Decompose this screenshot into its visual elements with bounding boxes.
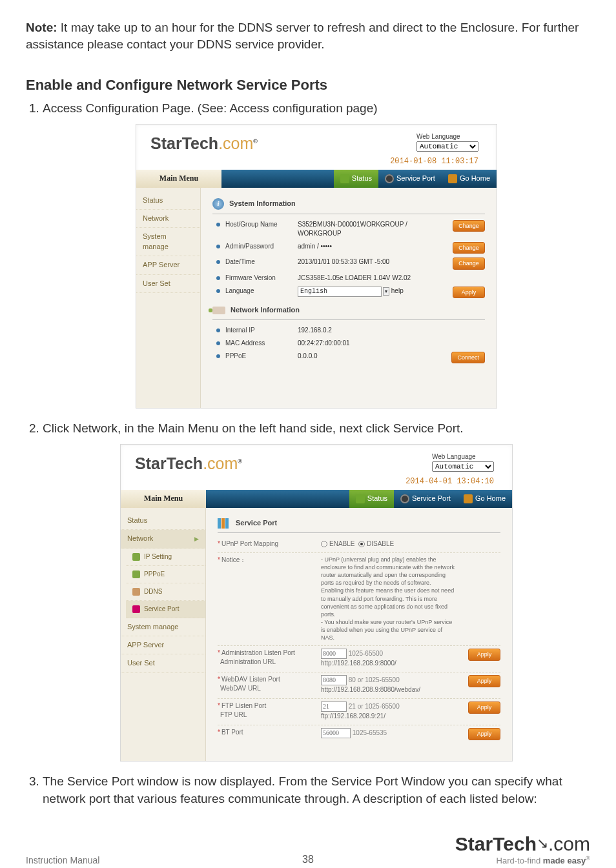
- web-language-select[interactable]: Automatic: [416, 141, 478, 152]
- screenshot-service-port-page: StarTech.com® Web Language Automatic 201…: [120, 444, 513, 762]
- change-admin-button[interactable]: Change: [453, 242, 485, 254]
- tab-service-port[interactable]: Service Port: [378, 170, 442, 188]
- bt-port-label: BT Port: [221, 729, 243, 736]
- sidebar-item-network[interactable]: Network: [136, 210, 200, 228]
- bt-port-range: 1025-65535: [353, 729, 387, 736]
- admin-url-label: Administration URL: [220, 658, 276, 665]
- change-host-button[interactable]: Change: [453, 220, 485, 232]
- admin-port-input[interactable]: 8000: [321, 649, 347, 659]
- note-label: Note:: [26, 21, 57, 34]
- admin-pass-value: admin / •••••: [298, 242, 433, 251]
- connect-pppoe-button[interactable]: Connect: [451, 352, 485, 364]
- datetime-label: Date/Time: [225, 257, 298, 267]
- web-language-select[interactable]: Automatic: [432, 461, 494, 472]
- sidebar-item-system-manage[interactable]: System manage: [121, 618, 205, 636]
- sidebar-item-system-manage[interactable]: System manage: [136, 228, 200, 256]
- firmware-value: JCS358E-1.05e LOADER 1.04V W2.02: [298, 274, 433, 283]
- tab-status[interactable]: Status: [334, 170, 378, 188]
- gear-icon: [400, 494, 409, 503]
- admin-port-label: Administration Listen Port: [221, 649, 295, 656]
- note-body: It may take up to an hour for the DDNS s…: [26, 21, 579, 51]
- ddns-icon: [132, 588, 140, 596]
- upnp-label: UPnP Port Mapping: [221, 540, 278, 547]
- apply-webdav-button[interactable]: Apply: [468, 675, 500, 687]
- system-info-header: iSystem Information: [212, 197, 485, 214]
- network-info-header: Network Information: [212, 304, 485, 319]
- apply-language-button[interactable]: Apply: [453, 287, 485, 299]
- step-1-text: Access Configuration Page. (See: Access …: [43, 100, 590, 117]
- internal-ip-label: Internal IP: [225, 326, 298, 335]
- sidebar: Status Network▶ IP Setting PPPoE DDNS Se…: [121, 508, 206, 761]
- webdav-port-range: 80 or 1025-65500: [349, 676, 400, 683]
- sidebar-item-pppoe[interactable]: PPPoE: [126, 566, 205, 583]
- admin-port-range: 1025-65500: [349, 650, 383, 657]
- webdav-port-input[interactable]: 8080: [321, 675, 347, 685]
- tab-service-port[interactable]: Service Port: [394, 490, 457, 508]
- apply-bt-button[interactable]: Apply: [468, 728, 500, 740]
- ftp-url-value: ftp://192.168.208.9:21/: [321, 712, 385, 720]
- apply-admin-button[interactable]: Apply: [468, 649, 500, 661]
- gear-icon: [385, 174, 394, 183]
- footer-logo: StarTech↘.com: [455, 833, 590, 855]
- step-3-text: The Service Port window is now displayed…: [43, 773, 590, 807]
- service-port-icon: [132, 605, 140, 613]
- footer-instruction-manual: Instruction Manual: [26, 855, 99, 865]
- sidebar-item-service-port[interactable]: Service Port: [126, 601, 205, 618]
- step-2-text: Click Network, in the Main Menu on the l…: [43, 420, 590, 438]
- host-group-value: S352BMU3N-D00001WORKGROUP / WORKGROUP: [298, 220, 433, 238]
- disable-radio[interactable]: [358, 541, 365, 547]
- home-icon: [448, 174, 457, 183]
- tab-go-home[interactable]: Go Home: [457, 490, 512, 508]
- bt-port-input[interactable]: 56000: [321, 728, 351, 738]
- web-language-label: Web Language: [432, 452, 494, 461]
- port-icon: [218, 518, 231, 529]
- brand-logo: StarTech.com®: [135, 452, 242, 475]
- service-port-header: Service Port: [218, 517, 500, 533]
- sidebar-item-status[interactable]: Status: [136, 192, 200, 210]
- tab-bar: Main Menu Status Service Port Go Home: [121, 490, 512, 508]
- enable-radio[interactable]: [321, 541, 327, 547]
- plug-icon: [132, 553, 140, 561]
- tab-status[interactable]: Status: [349, 490, 394, 508]
- home-icon: [464, 494, 473, 503]
- brand-logo: StarTech.com®: [150, 132, 258, 155]
- sidebar-item-user-set[interactable]: User Set: [121, 654, 205, 672]
- section-heading: Enable and Configure Network Service Por…: [26, 77, 590, 94]
- sidebar-item-app-server[interactable]: APP Server: [121, 636, 205, 654]
- status-icon: [356, 494, 365, 503]
- web-language: Web Language Automatic: [416, 132, 478, 152]
- sidebar-item-ip-setting[interactable]: IP Setting: [126, 549, 205, 566]
- tab-bar: Main Menu Status Service Port Go Home: [136, 170, 497, 188]
- sidebar: Status Network System manage APP Server …: [136, 188, 201, 409]
- help-link[interactable]: help: [391, 287, 404, 294]
- device-datetime: 2014-01-08 11:03:17: [136, 156, 497, 170]
- sidebar-item-app-server[interactable]: APP Server: [136, 256, 200, 274]
- device-datetime: 2014-04-01 13:04:10: [121, 476, 512, 490]
- info-icon: i: [212, 198, 224, 210]
- language-select[interactable]: English: [298, 287, 382, 297]
- admin-pass-label: Admin/Password: [225, 242, 298, 251]
- mac-label: MAC Address: [225, 339, 298, 348]
- sidebar-item-status[interactable]: Status: [121, 512, 205, 530]
- plug-icon: [132, 570, 140, 578]
- pppoe-label: PPPoE: [225, 352, 298, 361]
- ftp-port-input[interactable]: 21: [321, 701, 347, 712]
- web-language-label: Web Language: [416, 132, 478, 141]
- plug-icon: [212, 307, 225, 314]
- firmware-label: Firmware Version: [225, 274, 298, 283]
- sidebar-item-network[interactable]: Network▶: [121, 530, 205, 548]
- note-paragraph: Note: It may take up to an hour for the …: [26, 19, 590, 52]
- apply-ftp-button[interactable]: Apply: [468, 701, 500, 714]
- sidebar-item-ddns[interactable]: DDNS: [126, 583, 205, 601]
- webdav-url-value: http://192.168.208.9:8080/webdav/: [321, 686, 420, 693]
- webdav-url-label: WebDAV URL: [220, 685, 261, 692]
- main-menu-header: Main Menu: [121, 490, 206, 508]
- page-number: 38: [302, 854, 314, 865]
- status-icon: [340, 174, 349, 183]
- change-datetime-button[interactable]: Change: [453, 257, 485, 270]
- main-menu-header: Main Menu: [136, 170, 221, 188]
- datetime-value: 2013/01/01 00:53:33 GMT -5:00: [298, 257, 433, 267]
- sidebar-item-user-set[interactable]: User Set: [136, 275, 200, 293]
- chevron-down-icon[interactable]: ▾: [383, 287, 389, 296]
- tab-go-home[interactable]: Go Home: [442, 170, 497, 188]
